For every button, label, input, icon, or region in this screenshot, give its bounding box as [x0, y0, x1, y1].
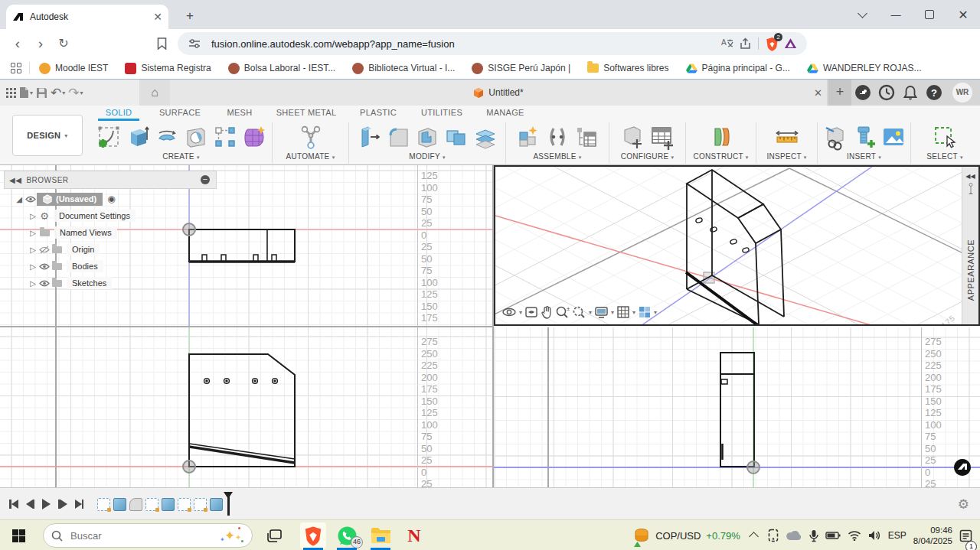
feature-sketch[interactable] — [194, 498, 207, 511]
bookmark-softwares-libres[interactable]: Softwares libres — [587, 63, 668, 73]
taskbar-search[interactable]: ✦✦✦ — [43, 523, 253, 548]
tree-item-document-settings[interactable]: ▷ ⚙ Document Settings — [28, 207, 136, 224]
press-pull-icon[interactable] — [355, 123, 383, 151]
start-button[interactable] — [3, 522, 34, 549]
translate-icon[interactable]: A — [717, 35, 736, 52]
feature-extrude[interactable] — [210, 498, 223, 511]
apps-grid-icon[interactable] — [11, 63, 21, 73]
search-input[interactable] — [69, 529, 212, 542]
tab-close-icon[interactable]: ✕ — [153, 11, 162, 23]
phone-link-icon[interactable] — [768, 522, 779, 549]
insert-fastener-icon[interactable] — [851, 123, 878, 151]
pan-icon[interactable] — [541, 304, 553, 321]
play-icon[interactable] — [42, 499, 51, 509]
group-label-modify[interactable]: MODIFY ▾ — [409, 152, 445, 161]
configuration-table-icon[interactable] — [648, 123, 676, 151]
viewports-icon[interactable] — [638, 304, 652, 321]
home-button[interactable]: ⌂ — [139, 80, 170, 106]
configuration-icon[interactable] — [619, 123, 647, 151]
volume-icon[interactable] — [868, 522, 881, 549]
visibility-off-eye-icon[interactable] — [38, 246, 51, 254]
tree-item-named-views[interactable]: ▷ Named Views — [28, 224, 117, 241]
bookmark-pagina-principal[interactable]: Página principal - G... — [686, 63, 790, 73]
tab-manage[interactable]: MANAGE — [486, 108, 524, 117]
pattern-icon[interactable] — [211, 123, 239, 151]
expand-icon[interactable]: ▷ — [28, 212, 38, 220]
keyboard-language[interactable]: ESP — [888, 530, 906, 541]
new-tab-button[interactable]: + — [181, 8, 199, 26]
bookmark-sisge[interactable]: SISGE Perú Japón | — [472, 63, 570, 74]
tree-item-sketches[interactable]: ▷ Sketches — [28, 275, 112, 291]
group-label-construct[interactable]: CONSTRUCT ▾ — [693, 152, 748, 161]
brave-shield-icon[interactable]: 2 — [763, 35, 781, 52]
browser-panel-header[interactable]: ◀◀ BROWSER − — [4, 171, 217, 189]
select-icon[interactable] — [931, 123, 959, 151]
viewport-side[interactable]: 275250225200175150125100755025025 — [494, 327, 980, 488]
bookmark-biblioteca[interactable]: Biblioteca Virtual - I... — [352, 63, 455, 74]
root-component[interactable]: (Unsaved) — [37, 193, 103, 206]
document-close-icon[interactable]: ✕ — [814, 87, 822, 99]
extrude-icon[interactable] — [124, 123, 152, 151]
taskbar-whatsapp[interactable]: 46 — [334, 522, 360, 548]
tab-plastic[interactable]: PLASTIC — [360, 108, 397, 117]
expand-icon[interactable]: ◢ — [14, 195, 24, 203]
notifications-bell-icon[interactable] — [901, 83, 920, 102]
combine-icon[interactable] — [443, 123, 470, 151]
zoom-icon[interactable]: ± — [555, 304, 570, 321]
offset-face-icon[interactable] — [472, 123, 499, 151]
group-label-select[interactable]: SELECT ▾ — [926, 152, 962, 161]
new-component-icon[interactable] — [514, 123, 542, 151]
display-settings-icon[interactable] — [594, 304, 609, 321]
timeline-position-marker[interactable] — [227, 493, 230, 516]
visibility-eye-icon[interactable] — [38, 263, 51, 270]
shell-icon[interactable] — [413, 123, 441, 151]
app-launcher-icon[interactable] — [6, 83, 16, 102]
bookmark-sistema-registra[interactable]: Sistema Registra — [125, 63, 211, 74]
currency-ticker[interactable]: COP/USD +0.79% — [633, 527, 740, 544]
help-icon[interactable]: ? — [925, 83, 943, 102]
taskbar-file-explorer[interactable] — [368, 522, 394, 548]
back-icon[interactable]: ‹ — [6, 32, 29, 55]
group-label-insert[interactable]: INSERT ▾ — [847, 152, 881, 161]
group-label-create[interactable]: CREATE ▾ — [162, 152, 200, 161]
tree-root-row[interactable]: ◢ (Unsaved) ◉ — [14, 190, 116, 207]
expand-appearance-icon[interactable]: ◀◀ — [965, 173, 975, 180]
viewport-canvas[interactable]: 1251007550250255075100125150175200 ◀◀ BR… — [0, 164, 980, 488]
create-sketch-icon[interactable] — [95, 123, 122, 151]
viewport-top-left[interactable]: 1251007550250255075100125150175200 ◀◀ BR… — [0, 165, 494, 327]
group-label-assemble[interactable]: ASSEMBLE ▾ — [533, 152, 581, 161]
address-bar[interactable]: fusion.online.autodesk.com/webapp?app_na… — [178, 32, 807, 55]
tab-sheet-metal[interactable]: SHEET METAL — [276, 108, 337, 117]
new-document-button[interactable]: + — [828, 80, 851, 106]
feature-extrude[interactable] — [162, 498, 175, 511]
tab-mesh[interactable]: MESH — [227, 108, 253, 117]
tree-item-bodies[interactable]: ▷ Bodies — [28, 258, 103, 275]
step-back-icon[interactable] — [26, 500, 35, 509]
feature-sketch[interactable] — [145, 498, 158, 511]
expand-icon[interactable]: ▷ — [28, 229, 38, 237]
expand-icon[interactable]: ▷ — [28, 246, 38, 254]
extensions-icon[interactable] — [854, 83, 872, 102]
orbit-icon[interactable] — [501, 304, 517, 321]
url-text[interactable]: fusion.online.autodesk.com/webapp?app_na… — [211, 38, 717, 50]
bookmark-icon[interactable] — [150, 32, 173, 55]
autodesk-badge-icon[interactable] — [954, 459, 971, 476]
construct-plane-icon[interactable] — [707, 123, 735, 151]
taskbar-brave[interactable] — [300, 522, 326, 548]
viewport-front[interactable]: 275250225200175150125100755025025 COMMEN… — [0, 327, 494, 488]
workspace-selector[interactable]: DESIGN▾ — [12, 115, 83, 156]
notification-center-icon[interactable]: 1 — [959, 522, 972, 549]
document-tab[interactable]: Untitled* ✕ — [170, 80, 827, 106]
save-icon[interactable] — [36, 83, 47, 102]
fit-icon[interactable] — [572, 304, 586, 321]
bom-icon[interactable] — [573, 123, 600, 151]
window-restore-button[interactable] — [913, 0, 946, 29]
hole-icon[interactable] — [182, 123, 210, 151]
tree-item-origin[interactable]: ▷ Origin — [28, 241, 100, 258]
window-minimize-button[interactable]: — — [879, 0, 913, 29]
share-icon[interactable] — [736, 35, 754, 52]
bookmark-bolsa-laboral[interactable]: Bolsa Laboral - IEST... — [228, 63, 335, 74]
tab-utilities[interactable]: UTILITIES — [421, 108, 462, 117]
file-menu-icon[interactable]: ▾ — [19, 83, 33, 102]
onedrive-cloud-icon[interactable] — [786, 522, 802, 549]
